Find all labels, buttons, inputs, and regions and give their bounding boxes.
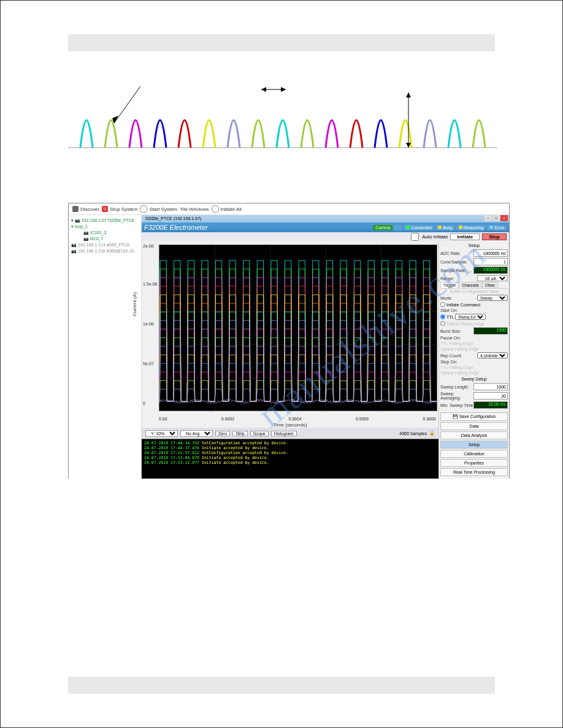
y-scale-select[interactable]: Y: 10% (145, 430, 178, 437)
properties-button[interactable]: Properties (440, 459, 508, 467)
range-select[interactable]: 10 uA (477, 275, 508, 281)
save-config-button[interactable]: 💾 Save Configuration (440, 412, 508, 421)
buffer-link[interactable]: Buffer Configuration Data (450, 289, 499, 294)
svg-marker-5 (281, 87, 286, 92)
sweep-length-input[interactable] (473, 383, 508, 390)
adc-rate-input[interactable] (473, 249, 508, 257)
page-footer-bar (68, 677, 495, 694)
y-axis-label: Current (A) (132, 292, 137, 316)
waveform-svg (159, 245, 437, 411)
rep-count-select[interactable]: 4,Unlimited (477, 352, 508, 358)
peaks-diagram (65, 86, 500, 166)
config-tabs: Trigger Channels Other (440, 282, 508, 289)
body-row: Current (A) 2e-06 1.5e-06 1e-06 5e-07 0 (142, 241, 509, 479)
status-dot-icon (438, 226, 442, 229)
x-tick: 0.8804 (288, 417, 301, 421)
svg-marker-8 (406, 143, 411, 148)
svg-line-1 (114, 86, 145, 123)
y-tick: 2e-06 (143, 244, 154, 248)
connected-status: Connected (404, 225, 434, 230)
stop-button[interactable]: Stop (482, 233, 507, 240)
plot-column: Current (A) 2e-06 1.5e-06 1e-06 5e-07 0 (142, 241, 439, 479)
tree-child-1[interactable]: 📷 IC101_3 (71, 230, 139, 236)
action-row: Auto Initiate Initiate Stop (142, 232, 509, 241)
sample-rate-display: 1000000 Hz (473, 267, 508, 274)
start-icon (140, 205, 147, 213)
scope-button[interactable]: Scope (250, 431, 269, 436)
page-header-bar (68, 34, 495, 51)
tree-child-2[interactable]: 📷 M10_7 (71, 236, 139, 242)
y-tick: 1.5e-06 (143, 282, 158, 286)
spacer-pill (394, 225, 402, 230)
start-system-button[interactable]: Start System (140, 205, 177, 213)
tile-windows-button[interactable]: Tile Windows (180, 207, 209, 212)
config-buttons: 💾 Save Configuration Data Data Analysis … (440, 412, 508, 477)
app-toolbar: Discover U Stop System Start System Tile… (69, 203, 509, 215)
y-tick: 0 (143, 401, 145, 406)
x-tick: 0.8806 (356, 417, 369, 421)
sweep-avg-input[interactable] (473, 392, 508, 400)
plot-area: Current (A) 2e-06 1.5e-06 1e-06 5e-07 0 (142, 241, 439, 415)
avg-select[interactable]: No Avg (180, 430, 213, 437)
lock-icon[interactable]: 🔒 (429, 431, 435, 436)
initiate-cmd-radio[interactable]: Initiate Command (440, 301, 508, 308)
samples-label: 4000 Samples (399, 431, 427, 436)
data-analysis-button[interactable]: Data Analysis (440, 431, 508, 439)
y-tick: 1e-06 (143, 322, 154, 326)
measuring-status: Measuring (456, 225, 486, 230)
app-screenshot: Discover U Stop System Start System Tile… (68, 203, 510, 479)
status-dot-icon (489, 226, 493, 229)
initiate-button[interactable]: Initiate (450, 233, 480, 240)
sweep-setup-title: Sweep Setup (440, 376, 508, 382)
start-ttl-radio[interactable]: TTLRising Edge (440, 313, 508, 320)
scope-plot[interactable] (159, 245, 437, 411)
mode-select[interactable]: Sweep (477, 295, 508, 301)
svg-marker-4 (261, 87, 266, 92)
data-button[interactable]: Data (440, 422, 508, 430)
burst-size-display: 1000 (473, 327, 508, 335)
tree-root[interactable]: ▾ 📷 192.168.1.67 f3200e_PTCE (71, 218, 139, 224)
tab-other[interactable]: Other (482, 282, 498, 288)
conv-sample-input[interactable] (473, 258, 508, 265)
histogram-button[interactable]: Histogram (271, 431, 297, 436)
setup-button[interactable]: Setup (440, 441, 508, 449)
document-page: Discover U Stop System Start System Tile… (0, 0, 563, 728)
tree-other-1[interactable]: 📷 192.168.1.113 a560_PTCE (71, 242, 139, 248)
device-tree: ▾ 📷 192.168.1.67 f3200e_PTCE ▾ loop_1 📷 … (69, 215, 142, 479)
strip-button[interactable]: Strip (232, 431, 247, 436)
app-header: F3200E Electrometer Comms Connected Busy… (142, 222, 509, 232)
error-status: Error (487, 225, 507, 230)
stop-icon: U (102, 206, 108, 212)
close-button[interactable]: × (500, 215, 508, 221)
x-ticks: 0.88 0.8802 0.8804 0.8806 0.8808 (142, 415, 439, 421)
min-sweep-display: 20.00 ms (473, 401, 508, 409)
plot-controls: Y: 10% No Avg Zero Strip Scope Histogram… (142, 428, 439, 439)
window-titlebar: f3200e_PTCE (192.168.1.67) – □ × (142, 215, 509, 222)
maximize-button[interactable]: □ (492, 215, 500, 221)
log-panel[interactable]: 24.07.2018 17:44:34.352SetConfiguration … (142, 439, 439, 479)
status-dot-icon (406, 226, 410, 229)
start-optical-radio[interactable]: OpticalRising Edge (440, 320, 508, 327)
tree-loop[interactable]: ▾ loop_1 (71, 224, 139, 230)
realtime-button[interactable]: Real Time Processing (440, 468, 508, 476)
x-tick: 0.88 (159, 417, 167, 421)
start-ttl-edge[interactable]: Rising Edge (455, 314, 486, 320)
config-panel: Setup ADC Rate: Conv/Sample: Sample Rate… (439, 241, 509, 479)
tab-channels[interactable]: Channels (459, 282, 481, 288)
minimize-button[interactable]: – (484, 215, 492, 221)
tab-trigger[interactable]: Trigger (440, 282, 459, 288)
tree-other-2[interactable]: 📷 192.168.1.216 A560@192.16... (71, 248, 139, 254)
zero-button[interactable]: Zero (215, 431, 230, 436)
stop-system-button[interactable]: U Stop System (102, 206, 137, 212)
window-title: f3200e_PTCE (192.168.1.67) (145, 215, 201, 222)
discover-button[interactable]: Discover (72, 206, 99, 212)
main-area: ▾ 📷 192.168.1.67 f3200e_PTCE ▾ loop_1 📷 … (69, 215, 509, 479)
svg-marker-7 (406, 93, 411, 97)
status-dot-icon (459, 226, 462, 229)
x-tick: 0.8802 (221, 417, 234, 421)
setup-title: Setup (440, 242, 508, 249)
initiate-all-button[interactable]: Initiate All (212, 205, 242, 213)
calibration-button[interactable]: Calibration (440, 450, 508, 458)
device-window: f3200e_PTCE (192.168.1.67) – □ × F3200E … (142, 215, 509, 479)
app-title: F3200E Electrometer (144, 224, 208, 231)
